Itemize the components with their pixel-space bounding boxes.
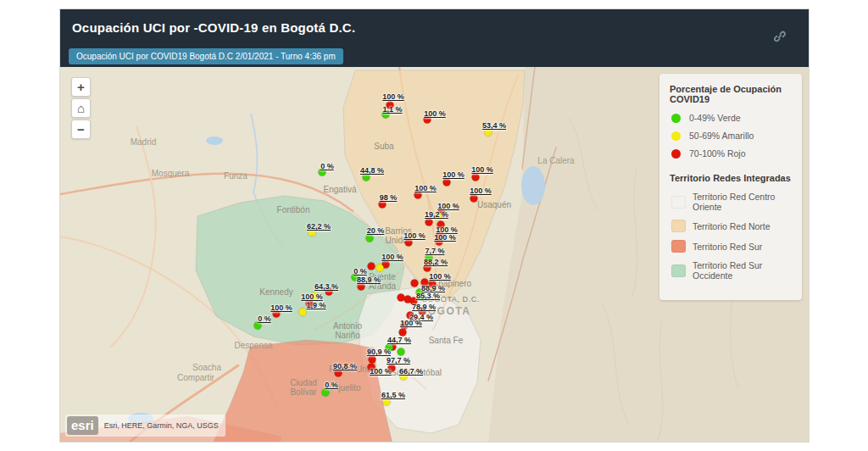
map-marker[interactable] xyxy=(472,174,480,181)
attribution-bar: esri Esri, HERE, Garmin, NGA, USGS xyxy=(65,415,225,437)
map-marker[interactable] xyxy=(254,322,262,330)
map-marker[interactable] xyxy=(309,229,316,237)
map-marker[interactable] xyxy=(400,373,408,381)
legend-territory-item: Territorio Red Centro Oriente xyxy=(670,192,792,212)
map-marker[interactable] xyxy=(306,300,314,308)
legend-title: Porcentaje de Ocupación COVID19 xyxy=(670,84,792,104)
legend-territory-swatch xyxy=(671,264,686,277)
map-marker[interactable] xyxy=(419,308,426,315)
map-marker[interactable] xyxy=(352,274,359,281)
map-marker[interactable] xyxy=(424,116,431,124)
map-marker[interactable] xyxy=(388,365,396,372)
map-marker[interactable] xyxy=(335,370,342,377)
map-marker[interactable] xyxy=(322,389,330,397)
map-marker[interactable] xyxy=(273,310,281,318)
lake xyxy=(521,166,545,205)
legend-occupancy-item: 50-69% Amarillo xyxy=(670,131,792,141)
legend-occupancy-item: 0-49% Verde xyxy=(670,113,792,123)
map-marker[interactable] xyxy=(437,221,445,229)
map-marker[interactable] xyxy=(398,348,405,356)
map-marker[interactable] xyxy=(369,356,376,364)
legend-item-label: 70-100% Rojo xyxy=(689,148,746,159)
legend-item-label: 0-49% Verde xyxy=(689,113,741,123)
map-marker[interactable] xyxy=(407,312,415,320)
legend-occupancy-items: 0-49% Verde50-69% Amarillo70-100% Rojo xyxy=(670,113,792,159)
subtitle-badge[interactable]: Ocupación UCI por COVID19 Bogotá D.C 2/0… xyxy=(69,48,343,64)
map-marker[interactable] xyxy=(363,174,370,181)
map-marker[interactable] xyxy=(429,281,437,288)
header: Ocupación UCI por -COVID-19 en Bogotá D.… xyxy=(60,9,809,67)
region-red-sur xyxy=(213,340,392,443)
legend-territory-swatch xyxy=(671,240,686,253)
zoom-in-button[interactable]: + xyxy=(71,77,91,97)
attribution-text: Esri, HERE, Garmin, NGA, USGS xyxy=(104,421,219,430)
map-canvas[interactable]: MadridMosqueraFunzaSubaEngativáFontibónU… xyxy=(60,67,810,443)
legend-panel: Porcentaje de Ocupación COVID19 0-49% Ve… xyxy=(659,74,802,300)
legend-item-label: Territorio Red Centro Oriente xyxy=(693,192,792,212)
legend-territory-item: Territorio Red Norte xyxy=(670,220,792,232)
legend-occupancy-item: 70-100% Rojo xyxy=(670,148,792,159)
map-marker[interactable] xyxy=(415,192,422,199)
map-marker[interactable] xyxy=(405,239,413,247)
map-marker[interactable] xyxy=(366,235,374,242)
map-marker[interactable] xyxy=(435,213,442,220)
zoom-out-button[interactable]: − xyxy=(71,120,91,139)
map-marker[interactable] xyxy=(424,264,431,272)
home-button[interactable]: ⌂ xyxy=(71,98,91,118)
share-link-icon[interactable] xyxy=(773,30,787,43)
legend-territory-swatch xyxy=(671,196,686,209)
map-marker[interactable] xyxy=(358,283,365,291)
app-window: Ocupación UCI por -COVID-19 en Bogotá D.… xyxy=(59,8,810,443)
legend-territory-items: Territorio Red Centro OrienteTerritorio … xyxy=(670,192,792,281)
legend-item-label: Territorio Red Sur xyxy=(693,242,762,252)
map-marker[interactable] xyxy=(421,279,429,287)
legend-item-label: Territorio Red Norte xyxy=(693,221,771,231)
map-marker[interactable] xyxy=(399,329,407,337)
map-marker[interactable] xyxy=(326,288,333,296)
map-marker[interactable] xyxy=(387,102,394,109)
map-marker[interactable] xyxy=(426,219,433,226)
map-marker[interactable] xyxy=(376,264,384,272)
legend-territory-title: Territorio Redes Integradas xyxy=(670,173,792,183)
map-marker[interactable] xyxy=(383,398,391,406)
zoom-controls: + ⌂ − xyxy=(71,77,91,141)
legend-color-dot xyxy=(671,149,681,159)
map-marker[interactable] xyxy=(443,179,451,187)
map-marker[interactable] xyxy=(418,293,426,301)
legend-territory-swatch xyxy=(671,220,686,232)
map-marker[interactable] xyxy=(436,238,443,246)
map-marker[interactable] xyxy=(311,292,319,300)
map-marker[interactable] xyxy=(411,280,419,287)
map-marker[interactable] xyxy=(386,344,393,352)
legend-color-dot xyxy=(671,114,681,123)
page-title: Ocupación UCI por -COVID-19 en Bogotá D.… xyxy=(72,20,355,35)
map-marker[interactable] xyxy=(368,364,376,371)
map-marker[interactable] xyxy=(426,254,433,262)
map-marker[interactable] xyxy=(368,263,376,270)
legend-item-label: 50-69% Amarillo xyxy=(689,131,754,141)
map-marker[interactable] xyxy=(379,201,387,209)
map-marker[interactable] xyxy=(485,129,492,136)
map-marker[interactable] xyxy=(319,169,326,176)
esri-logo: esri xyxy=(67,416,98,435)
map-marker[interactable] xyxy=(410,298,418,305)
map-marker[interactable] xyxy=(470,195,478,203)
legend-item-label: Territorio Red Sur Occidente xyxy=(693,260,792,281)
map-marker[interactable] xyxy=(382,111,390,119)
legend-color-dot xyxy=(671,131,681,141)
map-marker[interactable] xyxy=(299,309,307,316)
legend-territory-item: Territorio Red Sur xyxy=(670,240,792,253)
legend-territory-item: Territorio Red Sur Occidente xyxy=(670,260,792,281)
